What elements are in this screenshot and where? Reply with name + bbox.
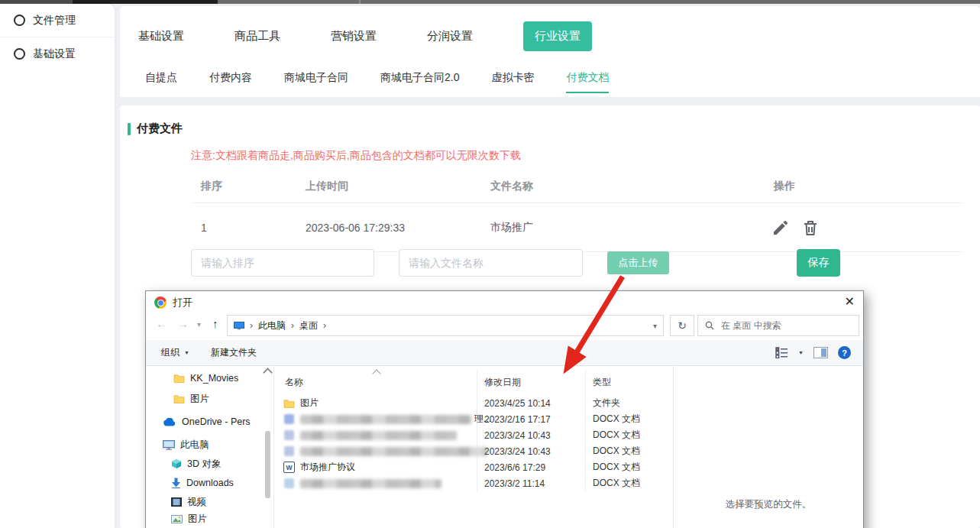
file-date: 2023/3/24 10:43: [484, 446, 551, 457]
browser-top-strip: [0, 0, 980, 4]
secondary-tabs: 自提点 付费内容 商城电子合同 商城电子合同2.0 虚拟卡密 付费文档: [120, 51, 980, 93]
tab-paid-documents[interactable]: 付费文档: [566, 71, 609, 93]
pictures-icon: [171, 515, 183, 523]
folder-icon: [283, 398, 295, 409]
col-sort: 排序: [191, 180, 306, 193]
file-row[interactable]: 2023/3/24 10:43 DOCX 文档: [276, 427, 673, 443]
breadcrumb-this-pc[interactable]: 此电脑: [258, 319, 286, 332]
breadcrumb-desktop[interactable]: 桌面: [299, 319, 318, 332]
tab-basic-settings[interactable]: 基础设置: [138, 29, 184, 44]
videos-icon: [171, 497, 182, 507]
this-pc-icon: [163, 440, 175, 450]
tree-item-videos[interactable]: 视频: [171, 494, 206, 510]
tree-item-3d-objects[interactable]: 3D 对象: [171, 456, 221, 471]
history-dropdown-icon[interactable]: ▾: [197, 320, 201, 329]
crumb-separator: ›: [323, 320, 326, 331]
breadcrumb[interactable]: › 此电脑 › 桌面 › ▾: [227, 315, 664, 336]
tab-pickup-point[interactable]: 自提点: [145, 71, 177, 93]
crumb-separator: ›: [291, 320, 294, 331]
tree-item-pictures-folder[interactable]: 图片: [173, 391, 209, 407]
file-row[interactable]: 2023/3/24 10:43 DOCX 文档: [276, 443, 673, 459]
header-tabs-card: 基础设置 商品工具 营销设置 分润设置 行业设置 自提点 付费内容 商城电子合同…: [120, 6, 980, 97]
refresh-button[interactable]: ↻: [670, 315, 694, 336]
chrome-icon: [154, 296, 167, 309]
dialog-titlebar[interactable]: 打开 ✕: [146, 291, 863, 314]
sidebar-item-basic-settings[interactable]: 基础设置: [0, 37, 115, 70]
computer-icon: [234, 322, 244, 330]
column-name[interactable]: 名称: [285, 376, 303, 389]
sort-ascending-icon: [372, 369, 380, 377]
upload-button[interactable]: 点击上传: [607, 251, 669, 274]
file-name: 市场推广协议: [300, 461, 355, 474]
tab-marketing-settings[interactable]: 营销设置: [331, 29, 377, 44]
file-type: DOCX 文档: [593, 429, 640, 442]
tree-item-kk-movies[interactable]: KK_Movies: [173, 371, 238, 386]
blurred-doc-icon: [283, 430, 295, 441]
sort-input[interactable]: [191, 249, 374, 277]
file-type: DOCX 文档: [593, 413, 640, 426]
file-row[interactable]: 图片 2023/4/25 10:14 文件夹: [276, 395, 673, 411]
screen: 文件管理 基础设置 基础设置 商品工具 营销设置 分润设置 行业设置 自提点 付…: [0, 0, 980, 528]
back-icon[interactable]: ←: [156, 317, 167, 330]
file-date: 2023/3/24 10:43: [484, 430, 551, 441]
file-row[interactable]: 理... 2023/2/16 17:17 DOCX 文档: [276, 411, 673, 427]
tree-item-this-pc[interactable]: 此电脑: [163, 437, 209, 452]
page-title: 付费文件: [137, 121, 183, 136]
open-file-dialog: 打开 ✕ ← → ▾ ↑ › 此电脑 › 桌面 › ▾ ↻: [145, 290, 864, 528]
preview-message: 选择要预览的文件。: [674, 498, 863, 511]
edit-icon[interactable]: [771, 219, 790, 237]
sidebar-item-file-management[interactable]: 文件管理: [0, 4, 115, 37]
file-list-header: 名称 修改日期 类型: [276, 371, 673, 390]
file-name-input[interactable]: [399, 249, 583, 277]
tree-item-downloads[interactable]: Downloads: [171, 475, 234, 491]
row-sort-value: 1: [191, 222, 306, 234]
file-type: DOCX 文档: [593, 445, 640, 458]
new-folder-button[interactable]: 新建文件夹: [189, 346, 257, 359]
search-input[interactable]: [720, 319, 852, 332]
file-date: 2023/2/16 17:17: [484, 414, 551, 425]
dialog-toolbar: 组织 ▼ 新建文件夹 ▼ ?: [146, 340, 863, 365]
organize-label: 组织: [161, 346, 180, 359]
3d-objects-icon: [171, 458, 182, 469]
tab-virtual-card[interactable]: 虚拟卡密: [491, 71, 534, 93]
preview-pane-icon[interactable]: [813, 347, 828, 358]
row-actions: [764, 219, 962, 237]
search-icon: [705, 321, 714, 330]
view-dropdown-icon[interactable]: ▼: [798, 350, 804, 355]
close-icon[interactable]: ✕: [845, 293, 855, 310]
address-dropdown-icon[interactable]: ▾: [653, 322, 657, 330]
tree-scrollbar[interactable]: [264, 366, 271, 528]
scroll-up-icon[interactable]: [263, 368, 273, 377]
view-list-icon[interactable]: [775, 347, 788, 358]
onedrive-icon: [163, 418, 176, 426]
organize-menu[interactable]: 组织 ▼: [146, 346, 189, 359]
file-row[interactable]: 2023/3/2 11:14 DOCX 文档: [276, 475, 673, 491]
tab-product-tools[interactable]: 商品工具: [234, 29, 280, 44]
files-table: 排序 上传时间 文件名称 操作 1 2023-06-06 17:29:33 市场…: [191, 173, 962, 252]
file-row-market-promo-agreement[interactable]: W 市场推广协议 2023/6/6 17:29 DOCX 文档: [276, 459, 673, 475]
tab-mall-econtract[interactable]: 商城电子合同: [284, 71, 348, 93]
tab-industry-settings[interactable]: 行业设置: [523, 21, 592, 51]
tree-item-pictures[interactable]: 图片: [171, 511, 207, 526]
word-doc-icon: W: [283, 462, 295, 473]
file-date: 2023/4/25 10:14: [484, 398, 551, 409]
tab-profit-settings[interactable]: 分润设置: [427, 29, 473, 44]
tab-mall-econtract-2[interactable]: 商城电子合同2.0: [380, 71, 459, 93]
save-button[interactable]: 保存: [797, 249, 840, 277]
tab-paid-content[interactable]: 付费内容: [209, 71, 252, 93]
title-accent-bar: [128, 123, 131, 135]
scrollbar-thumb[interactable]: [265, 431, 270, 498]
forward-icon[interactable]: →: [177, 317, 189, 330]
primary-tabs: 基础设置 商品工具 营销设置 分润设置 行业设置: [120, 6, 980, 51]
column-date-modified[interactable]: 修改日期: [484, 376, 521, 389]
delete-icon[interactable]: [801, 219, 820, 237]
file-type: 文件夹: [593, 397, 620, 410]
table-header-row: 排序 上传时间 文件名称 操作: [191, 173, 962, 203]
col-actions: 操作: [764, 180, 962, 193]
column-type[interactable]: 类型: [593, 376, 611, 389]
help-icon[interactable]: ?: [838, 346, 851, 359]
tree-item-onedrive[interactable]: OneDrive - Pers: [163, 414, 251, 429]
col-upload-time: 上传时间: [306, 180, 490, 193]
blurred-doc-icon: [283, 478, 295, 489]
up-icon[interactable]: ↑: [212, 317, 218, 330]
